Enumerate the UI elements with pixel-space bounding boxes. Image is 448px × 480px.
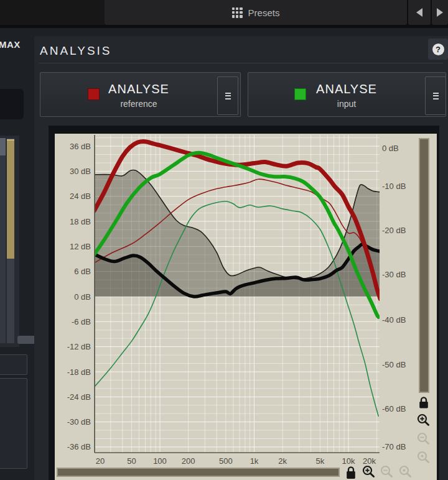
meter-segment — [0, 138, 6, 155]
meter-channel-right — [7, 138, 14, 343]
svg-text:-36 dB: -36 dB — [67, 442, 91, 451]
analyse-reference-button[interactable]: ANALYSE reference — [40, 72, 241, 117]
left-rail-box-small[interactable] — [0, 354, 27, 375]
svg-text:20: 20 — [96, 456, 105, 466]
top-bar: Presets — [0, 0, 448, 28]
menu-lines-icon — [433, 93, 439, 94]
chart-series — [94, 142, 380, 417]
vertical-zoom-reset-icon[interactable] — [416, 450, 431, 465]
analyse-input-menu-button[interactable] — [425, 76, 446, 115]
vertical-zoom-out-icon[interactable] — [416, 432, 431, 446]
svg-text:-6 dB: -6 dB — [72, 317, 91, 326]
analyse-reference-subtitle: reference — [64, 99, 213, 109]
horizontal-lock-icon[interactable] — [344, 465, 359, 480]
preset-previous-button[interactable] — [408, 0, 431, 25]
svg-text:500: 500 — [219, 456, 233, 466]
svg-text:100: 100 — [153, 456, 167, 466]
svg-text:36 dB: 36 dB — [70, 142, 91, 151]
menu-lines-icon — [225, 93, 231, 94]
svg-text:10k: 10k — [342, 456, 355, 466]
help-button[interactable]: ? — [428, 39, 448, 60]
svg-text:-30 dB: -30 dB — [67, 417, 91, 427]
horizontal-scrollbar-thumb[interactable] — [57, 468, 340, 477]
preset-next-button[interactable] — [432, 0, 448, 25]
chevron-right-icon — [437, 8, 443, 17]
svg-text:24 dB: 24 dB — [70, 192, 91, 201]
analyse-reference-title: ANALYSE — [64, 82, 213, 96]
top-bar-left-section — [0, 0, 105, 25]
left-rail-box-large[interactable] — [0, 378, 27, 469]
meter-channel-left — [0, 138, 6, 343]
vertical-scrollbar-thumb[interactable] — [419, 138, 429, 393]
svg-text:0 dB: 0 dB — [74, 292, 91, 302]
horizontal-zoom-in-icon[interactable] — [362, 464, 376, 479]
svg-text:-24 dB: -24 dB — [67, 392, 91, 402]
svg-text:-50 dB: -50 dB — [382, 360, 406, 369]
analysis-chart-plot[interactable]: 36 dB30 dB24 dB18 dB12 dB6 dB0 dB-6 dB-1… — [55, 134, 437, 480]
svg-text:50: 50 — [127, 456, 136, 466]
chevron-left-icon — [416, 8, 422, 17]
help-icon: ? — [432, 44, 444, 55]
presets-button[interactable]: Presets — [105, 0, 407, 25]
analyse-input-subtitle: input — [272, 99, 421, 109]
svg-text:-18 dB: -18 dB — [67, 367, 91, 377]
left-rail-display — [0, 89, 24, 119]
max-label: MAX — [0, 39, 21, 50]
horizontal-zoom-out-icon[interactable] — [380, 464, 394, 479]
svg-text:30 dB: 30 dB — [70, 167, 91, 176]
svg-text:18 dB: 18 dB — [70, 217, 91, 226]
level-meter — [0, 136, 19, 347]
meter-fill — [7, 139, 14, 259]
analyse-input-button[interactable]: ANALYSE input — [248, 72, 446, 117]
svg-text:12 dB: 12 dB — [70, 242, 91, 251]
svg-text:1k: 1k — [250, 456, 259, 466]
vertical-lock-icon[interactable] — [417, 395, 432, 410]
presets-label: Presets — [248, 7, 280, 18]
svg-text:-20 dB: -20 dB — [382, 226, 406, 235]
svg-text:-30 dB: -30 dB — [382, 270, 406, 279]
svg-text:0 dB: 0 dB — [382, 144, 399, 153]
svg-text:-70 dB: -70 dB — [382, 442, 406, 451]
horizontal-zoom-reset-icon[interactable] — [398, 464, 413, 479]
header-divider — [39, 63, 443, 63]
svg-text:6 dB: 6 dB — [74, 267, 91, 276]
svg-text:-12 dB: -12 dB — [67, 342, 91, 351]
svg-text:-60 dB: -60 dB — [382, 404, 406, 413]
analyse-reference-menu-button[interactable] — [217, 76, 238, 115]
presets-grid-icon — [232, 7, 243, 18]
svg-text:5k: 5k — [316, 456, 325, 466]
vertical-zoom-in-icon[interactable] — [416, 413, 431, 428]
svg-text:-10 dB: -10 dB — [382, 182, 406, 191]
page-title: ANALYSIS — [40, 44, 112, 58]
svg-text:200: 200 — [182, 456, 195, 466]
analyse-input-title: ANALYSE — [272, 82, 421, 96]
svg-text:2k: 2k — [278, 456, 287, 466]
svg-text:-40 dB: -40 dB — [382, 315, 406, 325]
